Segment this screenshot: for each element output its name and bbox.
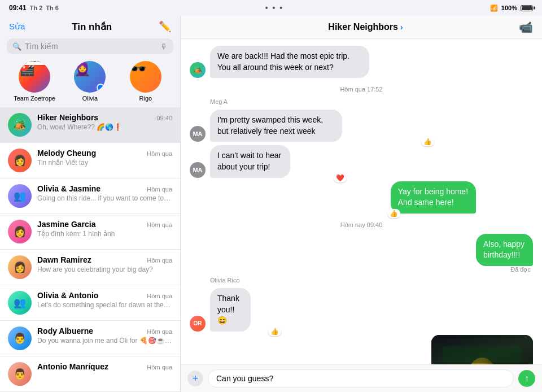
input-text: Can you guess? <box>216 374 273 383</box>
timestamp-label: Hôm qua 17:52 <box>190 86 533 93</box>
avatar-jasmine: 👩 <box>8 220 32 243</box>
pinned-name-rigo: Rigo <box>139 95 152 102</box>
msg-preview: Tin nhắn Viết tay <box>37 159 172 167</box>
msg-content: Dawn Ramirez Hôm qua How are you celebra… <box>37 255 172 273</box>
bubble-wrapper: We are back!!! Had the most epic trip. Y… <box>210 46 475 78</box>
edit-button[interactable]: Sửa <box>9 21 25 32</box>
avatar-rody: 👨 <box>8 326 32 350</box>
bubble-wrapper: I'm pretty swamped this week, but relati… <box>210 110 431 142</box>
bubble-avatar-ma2: MA <box>190 162 206 178</box>
msg-name: Hiker Neighbors <box>37 113 98 122</box>
chat-bubble: Also, happy birthday!!!! <box>476 234 533 266</box>
olivia-unread-dot <box>97 84 104 92</box>
msg-preview: Oh, wow! Where?? 🌈🌎❗️ <box>37 123 172 131</box>
main-container: Sửa Tin nhắn ✏️ 🔍 Tìm kiếm 🎙 🎬 🌤️ What a… <box>0 16 542 392</box>
search-icon: 🔍 <box>12 42 21 51</box>
list-item[interactable]: 👨 Rody Albuerne Hôm qua Do you wanna joi… <box>0 321 180 356</box>
message-row: MA I can't wait to hear about your trip!… <box>190 145 533 177</box>
pinned-avatar-olivia: 🧕 <box>74 61 106 93</box>
bubble-avatar-or: OR <box>190 316 206 332</box>
battery-percent: 100% <box>501 5 517 11</box>
chat-header: Hiker Neighbors › 📹 <box>181 16 542 39</box>
avatar-antonio: 👨 <box>8 362 32 386</box>
pinned-avatar-team: 🎬 🌤️ What a lovely day, sunshine! 6 <box>19 61 50 93</box>
status-bar: 09:41 Th 2 Th 6 • • • 📶 100% <box>0 0 542 16</box>
pinned-item-rigo[interactable]: 🕶️ Rigo <box>123 61 168 102</box>
bubble-avatar: 🏕️ <box>190 62 206 78</box>
right-panel: Hiker Neighbors › 📹 🏕️ We are back!!! Ha… <box>181 16 542 392</box>
msg-content: Jasmine Garcia Hôm qua Tệp đính kèm: 1 h… <box>37 220 172 238</box>
pinned-conversations: 🎬 🌤️ What a lovely day, sunshine! 6 Team… <box>0 59 180 107</box>
msg-content: Rody Albuerne Hôm qua Do you wanna join … <box>37 326 172 345</box>
list-item[interactable]: 🏕️ Hiker Neighbors 09:40 Oh, wow! Where?… <box>0 107 180 143</box>
messages-title: Tin nhắn <box>72 21 112 33</box>
search-input[interactable]: Tìm kiếm <box>25 42 157 51</box>
mic-icon[interactable]: 🎙 <box>160 42 168 51</box>
msg-preview: How are you celebrating your big day? <box>37 265 172 273</box>
list-item[interactable]: 👩 Jasmine Garcia Hôm qua Tệp đính kèm: 1… <box>0 214 180 250</box>
pinned-name-olivia: Olivia <box>82 95 98 102</box>
reaction-badge: 👍 <box>268 327 281 336</box>
message-row: 🏕️ We are back!!! Had the most epic trip… <box>190 46 533 78</box>
list-item[interactable]: 👥 Olivia & Antonio Hôm qua Let's do some… <box>0 285 180 321</box>
pinned-item-team-zoetrope[interactable]: 🎬 🌤️ What a lovely day, sunshine! 6 Team… <box>12 61 57 102</box>
send-button[interactable]: ↑ <box>518 370 535 387</box>
message-input-field[interactable]: Can you guess? <box>208 369 514 387</box>
bubble-col: Thank you!! 😄 👍 <box>210 288 278 332</box>
date-display: Th 6 <box>46 5 59 11</box>
chat-bubble: I'm pretty swamped this week, but relati… <box>210 110 342 142</box>
sent-image-bubble <box>431 335 533 364</box>
msg-content: Olivia & Jasmine Hôm qua Going on this r… <box>37 184 172 202</box>
msg-time: Hôm qua <box>147 221 172 228</box>
image-inner <box>431 335 533 364</box>
list-item[interactable]: 👩 Melody Cheung Hôm qua Tin nhắn Viết ta… <box>0 143 180 178</box>
msg-preview: Going on this ride... if you want to com… <box>37 194 172 202</box>
chat-bubble: Thank you!! 😄 <box>210 288 251 332</box>
reaction-badge: 👍 <box>421 137 434 146</box>
msg-time: 09:40 <box>156 115 172 121</box>
video-call-button[interactable]: 📹 <box>519 20 533 34</box>
left-panel: Sửa Tin nhắn ✏️ 🔍 Tìm kiếm 🎙 🎬 🌤️ What a… <box>0 16 181 392</box>
pinned-item-olivia[interactable]: 🧕 Olivia <box>67 61 112 102</box>
bubble-avatar-ma: MA <box>190 126 206 142</box>
chat-bubble: We are back!!! Had the most epic trip. Y… <box>210 46 369 78</box>
add-attachment-button[interactable]: + <box>187 371 203 386</box>
chat-title-area[interactable]: Hiker Neighbors › <box>328 22 403 32</box>
time-display: 09:41 <box>9 4 27 12</box>
timestamp-label: Hôm nay 09:40 <box>190 221 533 228</box>
chevron-right-icon: › <box>400 23 403 32</box>
wifi-icon: 📶 <box>490 5 498 12</box>
three-dots-icon: • • • <box>265 3 283 12</box>
sender-label: Olivia Rico <box>210 277 533 284</box>
msg-name: Rody Albuerne <box>37 326 93 336</box>
compose-button[interactable]: ✏️ <box>159 20 171 33</box>
battery-icon <box>521 5 533 11</box>
reaction-badge: ❤️ <box>334 173 347 182</box>
search-bar[interactable]: 🔍 Tìm kiếm 🎙 <box>7 38 173 54</box>
msg-name: Antonio Manríquez <box>37 362 108 371</box>
msg-preview: Do you wanna join me and Oli for 🍕🎯☕ bre… <box>37 337 172 345</box>
msg-preview: Tệp đính kèm: 1 hình ảnh <box>37 230 172 238</box>
messages-header: Sửa Tin nhắn ✏️ <box>0 16 180 36</box>
avatar-melody: 👩 <box>8 149 32 172</box>
msg-name: Dawn Ramirez <box>37 255 91 264</box>
chat-messages: 🏕️ We are back!!! Had the most epic trip… <box>181 39 542 364</box>
avatar-olivia-jasmine: 👥 <box>8 184 32 208</box>
msg-content: Melody Cheung Hôm qua Tin nhắn Viết tay <box>37 149 172 167</box>
msg-content: Hiker Neighbors 09:40 Oh, wow! Where?? 🌈… <box>37 113 172 131</box>
list-item[interactable]: 👩 Dawn Ramirez Hôm qua How are you celeb… <box>0 250 180 285</box>
msg-name: Melody Cheung <box>37 149 96 158</box>
message-input-area: + Can you guess? ↑ <box>181 364 542 392</box>
read-status: Đã đọc <box>510 266 531 273</box>
msg-name: Olivia & Jasmine <box>37 184 100 193</box>
chat-bubble: Yay for being home! And same here! <box>391 181 476 214</box>
list-item[interactable]: 👨 Antonio Manríquez Hôm qua <box>0 356 180 392</box>
sent-block: Yay for being home! And same here! 👍 <box>190 181 533 214</box>
message-row: Also, happy birthday!!!! <box>438 234 533 266</box>
msg-time: Hôm qua <box>147 328 172 335</box>
list-item[interactable]: 👥 Olivia & Jasmine Hôm qua Going on this… <box>0 178 180 214</box>
reaction-badge-sent: 👍 <box>387 209 400 218</box>
msg-time: Hôm qua <box>147 186 172 193</box>
message-row: MA I'm pretty swamped this week, but rel… <box>190 110 533 142</box>
bubble-wrapper: Thank you!! 😄 👍 <box>210 288 278 332</box>
